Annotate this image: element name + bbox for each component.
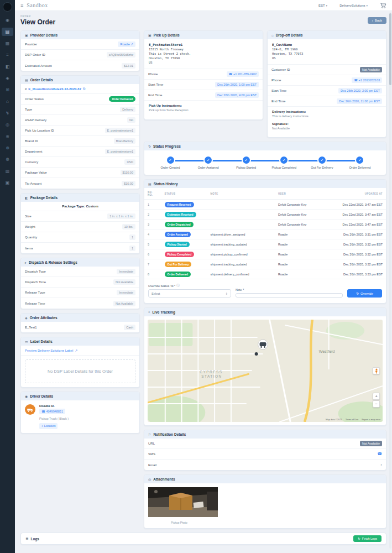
row-value: Not Available [113,279,135,285]
override-button[interactable]: ↻Override [347,289,382,298]
override-status-select[interactable]: Select⇕ [148,289,231,298]
scrollbar-track[interactable] [389,12,391,549]
preview-label-link[interactable]: Preview Delivery Solutions Label↗ [21,346,139,356]
sidebar-item-filters[interactable]: ≋ [2,132,13,140]
row-label: Phone [271,79,281,82]
table-row: 4Order Assignedshipment.driver_assignedR… [144,229,386,239]
driver-location-chip[interactable]: ⌖ Location [39,423,58,429]
external-link-icon: ↗ [75,348,77,352]
detail-row: CurrencyUSD [21,157,139,168]
map-data-credit: Map data ©2021 [326,418,342,421]
map-label-cypress: CYPRESS [200,370,222,374]
sidebar-item-orders[interactable]: ▤ [2,28,13,36]
detail-row: Size1 in. x 1 in. x 1 in. [21,211,139,222]
sidebar-item-tags[interactable]: ◧ [2,62,13,71]
location-label: Location [44,424,56,427]
fetch-logs-button[interactable]: ↻Fetch Logs [353,535,381,542]
pickup-photo-thumbnail[interactable] [148,487,218,519]
phone-icon[interactable]: ☎ [377,452,382,456]
driver-phone[interactable]: ☎ 4049948851 [39,409,65,414]
table-row: 8Order Deliveredshipment.delivery_confir… [144,269,386,279]
sidebar-item-team[interactable]: ◎ [2,121,13,129]
select-value: Select [151,292,160,295]
chevron-right-icon[interactable]: › [380,462,382,467]
signature-value: Not Available [272,127,381,131]
sidebar-item-profile[interactable]: ◉ [2,16,13,24]
location-icon: ⌖ [41,424,43,427]
zoom-in-button[interactable]: + [373,393,380,400]
row-value: 10 lbs. [122,224,135,229]
scrollbar-thumb[interactable] [389,13,391,85]
sidebar-item-globe[interactable]: ⊕ [2,144,13,152]
products-icon: ▦ [6,41,10,46]
copy-icon[interactable]: ⧉ [83,87,85,91]
driver-details-header: ◉Driver Details [21,392,139,400]
step-label: Order Delivered [349,166,371,170]
zoom-out-button[interactable]: − [373,400,380,408]
detail-row: DepartmentE_postmatesstore1 [21,147,139,157]
sidebar-item-apps[interactable]: ▥ [2,167,13,175]
address-line: Houston, TX 77090 [149,56,258,61]
detail-row: Pick Up Location IDE_postmatesstore1 [21,126,139,136]
pickup-phone[interactable]: ☎ +1 201-789-2402 [227,71,259,77]
sidebar-item-products[interactable]: ▦ [2,39,13,48]
sidebar-item-settings[interactable]: ⚙ [2,155,13,164]
tags-icon: ◧ [6,64,10,69]
provider-icon: ▣ [25,33,28,37]
org-value: DeliverySolutions [339,4,365,7]
pegman-control[interactable] [373,367,380,374]
row-label: Department [25,150,42,153]
card-title: Status Progress [153,144,181,148]
icon-sidebar: ◉ ▤ ▦ ≡ ◧ ◈ ⊞ ⌂ ↯ ◎ ≋ ⊕ ⚙ ▥ ▣ [0,0,15,553]
hamburger-icon[interactable]: ≡ [20,3,23,8]
app-logo[interactable] [3,2,12,12]
vehicle-marker[interactable] [258,340,268,349]
phone-number: +1 201-789-2402 [233,72,257,76]
tracking-map[interactable]: CYPRESS STATION Westfield [148,320,383,422]
sidebar-item-pricing[interactable]: ◈ [2,74,13,82]
bell-icon: ⚐ [148,432,151,436]
phone-icon: ☎ [354,79,358,82]
timezone-dropdown[interactable]: EST▾ [318,4,327,7]
sidebar-item-packages[interactable]: ⊞ [2,86,13,94]
order-details-header: ▤Order Details [21,76,139,84]
row-value: Immediate [117,269,135,274]
row-label: Customer ID [271,68,290,71]
sidebar-item-lists[interactable]: ≡ [2,51,13,59]
dispatch-icon: ▸ [25,260,27,264]
left-column: ▣Provider Details ProviderRoadie ↗ DSP O… [20,30,140,437]
detail-row: Weight10 lbs. [21,222,139,232]
select-arrows-icon: ⇕ [226,292,228,295]
table-row: 3Order DispatchedDefult Corporate KeyDec… [144,220,386,229]
detail-row: Phone☎ +1 201-789-2402 [144,69,263,80]
col-header: NOTE [207,188,275,200]
dropoff-phone[interactable]: ☎ +1 2013202103 [352,77,382,83]
order-id[interactable]: E_RoundRobinRule22-12-2020-67 [28,87,81,91]
card-title: Notification Details [153,432,186,436]
step-label: Pickup Started [236,166,256,170]
sidebar-item-webhooks[interactable]: ↯ [2,109,13,117]
pickup-name: E_PostmatesStore1 [149,43,258,46]
customer-id: Not Available [360,67,382,72]
order-attributes-card: ◈Order Attributes E_Test1Cash [20,313,140,333]
cart-button[interactable] [380,3,386,8]
provider-link[interactable]: Roadie ↗ [118,41,135,47]
refresh-icon: ↻ [358,537,360,540]
row-label: Release Type [25,291,45,294]
sidebar-item-stores[interactable]: ⌂ [2,97,13,106]
org-dropdown[interactable]: DeliverySolutions▾ [339,4,368,7]
card-title: Live Tracking [152,310,175,314]
card-title: Label Details [30,340,53,343]
order-details-card: ▤Order Details # E_RoundRobinRule22-12-2… [20,75,140,189]
col-header: USER [275,188,335,200]
detail-row: Estimated Amount$12.01 [21,60,139,71]
driver-avatar [25,404,35,415]
note-input[interactable] [236,293,343,298]
package-details-card: ◧Package Details Package Type: Custom Si… [20,193,140,254]
sidebar-item-reports[interactable]: ▣ [2,179,13,187]
detail-row: ProviderRoadie ↗ [21,39,139,50]
report-error-link[interactable]: Report a map error [362,418,380,421]
back-button[interactable]: ‹Back [368,17,386,24]
provider-details-card: ▣Provider Details ProviderRoadie ↗ DSP O… [20,30,140,71]
terms-link[interactable]: Terms of Use [346,418,359,421]
